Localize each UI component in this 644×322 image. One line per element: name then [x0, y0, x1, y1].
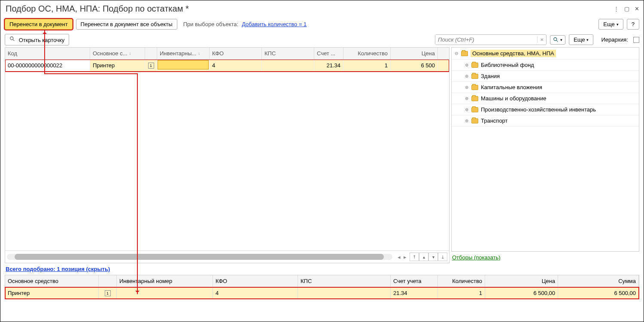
search-clear-icon[interactable]: ×: [537, 36, 546, 43]
sel-col-icon[interactable]: [99, 275, 117, 287]
svg-point-0: [10, 37, 13, 40]
main-grid: Код Основное с...↓ Инвентарны...↓ КФО КП…: [5, 47, 450, 263]
col-inventory[interactable]: Инвентарны...↓: [157, 48, 210, 59]
nav-up-icon[interactable]: ▴: [419, 253, 428, 261]
sel-cell-inventory: [117, 287, 213, 299]
sort-asc-icon: ↓: [198, 51, 200, 56]
scroll-left-icon[interactable]: ◂: [396, 254, 402, 260]
cell-account: 21.34: [314, 60, 343, 71]
folder-icon: [471, 96, 478, 101]
tree-item[interactable]: ⊕Капитальные вложения: [452, 82, 639, 93]
search-icon: [553, 37, 559, 43]
sel-col-osnovnoe[interactable]: Основное средство: [5, 275, 99, 287]
cell-kps: [262, 60, 314, 71]
folder-icon: [471, 74, 478, 79]
scroll-right-icon[interactable]: ▸: [402, 254, 408, 260]
sel-cell-qty: 1: [438, 287, 485, 299]
sel-col-price[interactable]: Цена: [485, 275, 558, 287]
more-button-grid[interactable]: Еще ▾: [569, 34, 593, 45]
tree-root[interactable]: ⊖ Основные средства, НМА, НПА: [452, 48, 639, 60]
sel-col-inventory[interactable]: Инвентарный номер: [117, 275, 213, 287]
card-number-icon: 1: [105, 290, 111, 296]
inventory-edit-field[interactable]: [158, 60, 208, 69]
col-qty[interactable]: Количество: [343, 48, 391, 59]
cell-qty: 1: [343, 60, 391, 71]
col-kfo[interactable]: КФО: [210, 48, 262, 59]
sel-cell-icon: 1: [99, 287, 117, 299]
search-input-container: ×: [435, 34, 547, 45]
sel-cell-kfo: 4: [213, 287, 298, 299]
tree-item[interactable]: ⊕Здания: [452, 71, 639, 82]
folder-icon: [471, 85, 478, 90]
expand-icon[interactable]: ⊕: [465, 118, 469, 123]
hierarchy-tree: ⊖ Основные средства, НМА, НПА ⊕Библиотеч…: [451, 47, 639, 252]
tree-item[interactable]: ⊕Транспорт: [452, 115, 639, 126]
nav-down-icon[interactable]: ▾: [428, 253, 438, 261]
expand-icon[interactable]: ⊕: [465, 96, 469, 101]
sel-col-kps[interactable]: КПС: [298, 275, 391, 287]
annotation-arrow: [44, 30, 45, 73]
maximize-icon[interactable]: ▢: [624, 6, 629, 12]
folder-open-icon: [461, 51, 468, 56]
nav-last-icon[interactable]: ⤓: [438, 253, 447, 261]
transfer-button[interactable]: Перенести в документ: [5, 19, 73, 30]
sel-cell-osnovnoe: Принтер: [5, 287, 99, 299]
search-input[interactable]: [435, 35, 537, 45]
more-button-top[interactable]: Еще ▾: [598, 19, 623, 30]
svg-point-2: [554, 37, 557, 40]
scrollbar-thumb[interactable]: [15, 254, 384, 260]
sel-col-kfo[interactable]: КФО: [213, 275, 298, 287]
on-select-label: При выборе объекта:: [183, 21, 239, 27]
table-row[interactable]: 00-000000000000022 Принтер 1 4 21.34 1 6…: [5, 60, 449, 72]
titlebar: Подбор ОС, НМА, НПА: Подбор по остаткам …: [0, 0, 644, 16]
window-title: Подбор ОС, НМА, НПА: Подбор по остаткам …: [6, 4, 189, 14]
hierarchy-label: Иерархия:: [601, 36, 628, 43]
add-quantity-link[interactable]: Добавить количество = 1: [242, 21, 307, 27]
card-number-icon: 1: [148, 63, 154, 69]
expand-icon[interactable]: ⊕: [465, 63, 469, 67]
cell-price: 6 500: [391, 60, 438, 71]
folder-icon: [471, 107, 478, 112]
tree-item[interactable]: ⊕Производственно-хозяйственный инвентарь: [452, 104, 639, 115]
tree-root-label: Основные средства, НМА, НПА: [471, 50, 556, 57]
expand-icon[interactable]: ⊕: [465, 107, 469, 112]
expand-icon[interactable]: ⊕: [465, 74, 469, 78]
nav-first-icon[interactable]: ⤒: [410, 253, 419, 261]
col-code[interactable]: Код: [5, 48, 90, 59]
filters-link[interactable]: Отборы (показать): [452, 254, 501, 261]
help-button[interactable]: ?: [627, 19, 639, 30]
cell-code: 00-000000000000022: [5, 60, 90, 71]
col-icon[interactable]: [145, 48, 157, 59]
col-price[interactable]: Цена: [391, 48, 438, 59]
search-dropdown-button[interactable]: ▾: [550, 35, 565, 45]
kebab-menu-icon[interactable]: ⋮: [614, 6, 619, 12]
sel-col-account[interactable]: Счет учета: [391, 275, 438, 287]
open-card-button[interactable]: Открыть карточку: [5, 34, 69, 45]
transfer-all-button[interactable]: Перенести в документ все объекты: [76, 19, 177, 30]
svg-line-1: [13, 39, 15, 41]
toolbar-second: Открыть карточку × ▾ Еще ▾ Иерархия:: [0, 32, 644, 47]
selected-row[interactable]: Принтер 1 4 21.34 1 6 500,00 6 500,00: [5, 287, 639, 299]
col-osnovnoe[interactable]: Основное с...↓: [90, 48, 145, 59]
close-icon[interactable]: ✕: [635, 6, 639, 12]
sel-col-qty[interactable]: Количество: [438, 275, 485, 287]
summary-link[interactable]: Всего подобрано: 1 позиция (скрыть): [6, 266, 110, 272]
chevron-down-icon: ▾: [586, 38, 589, 42]
cell-osnovnoe: Принтер: [90, 60, 145, 71]
grid-header-row: Код Основное с...↓ Инвентарны...↓ КФО КП…: [5, 48, 449, 60]
magnify-icon: [9, 36, 15, 42]
cell-inventory[interactable]: [157, 60, 210, 71]
toolbar-main: Перенести в документ Перенести в докумен…: [0, 16, 644, 32]
folder-icon: [471, 118, 478, 123]
expand-icon[interactable]: ⊕: [465, 85, 469, 90]
tree-item[interactable]: ⊕Машины и оборудование: [452, 93, 639, 104]
collapse-icon[interactable]: ⊖: [454, 51, 459, 56]
tree-item[interactable]: ⊕Библиотечный фонд: [452, 60, 639, 71]
hierarchy-checkbox[interactable]: [633, 37, 639, 43]
col-kps[interactable]: КПС: [262, 48, 314, 59]
sel-col-sum[interactable]: Сумма: [558, 275, 639, 287]
scrollbar-track[interactable]: [7, 254, 392, 260]
svg-line-3: [556, 40, 558, 42]
col-account[interactable]: Счет ...: [314, 48, 343, 59]
selected-header-row: Основное средство Инвентарный номер КФО …: [5, 275, 639, 287]
